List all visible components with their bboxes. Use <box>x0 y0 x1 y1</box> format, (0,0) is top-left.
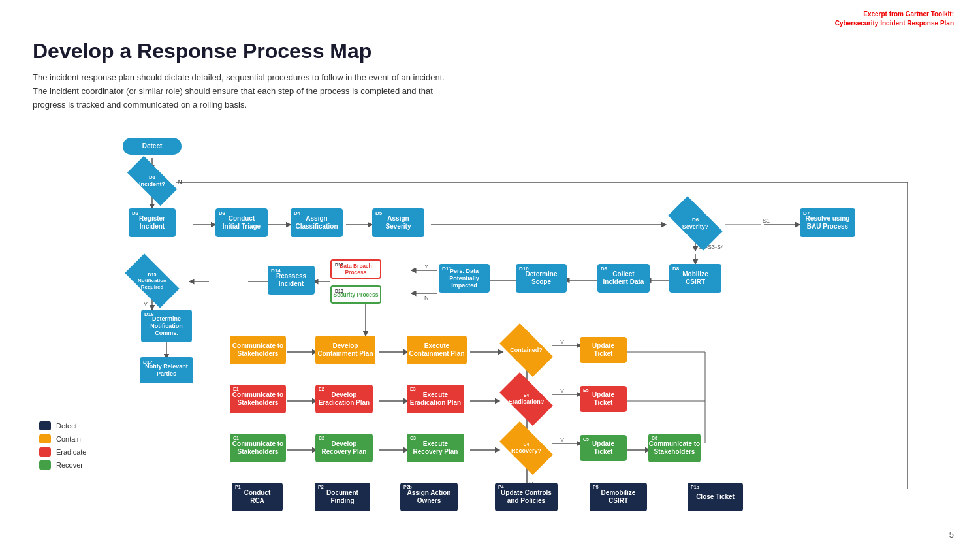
c6-node: C6 Communicate to Stakeholders <box>648 434 701 462</box>
contain-update-node: Update Ticket <box>580 337 627 363</box>
svg-text:Y: Y <box>560 339 564 345</box>
contained-node: Contained? <box>501 334 551 366</box>
c4-node: C4 Recovery? <box>501 432 551 464</box>
d7-node: D7 Resolve using BAU Process <box>800 208 855 237</box>
p2-node: P2 Document Finding <box>315 483 370 511</box>
c3-node: C3 Execute Recovery Plan <box>407 434 464 462</box>
d4-node: D4 Assign Classification <box>291 208 343 237</box>
e3-node: E3 Execute Eradication Plan <box>407 385 464 413</box>
e1-node: E1 Communicate to Stakeholders <box>230 385 286 413</box>
contain-comm-node: Communicate to Stakeholders <box>230 336 286 364</box>
page-number: 5 <box>949 530 954 539</box>
d14-node: D14 Reassess Incident <box>268 266 315 295</box>
page-title: Develop a Response Process Map <box>33 39 947 63</box>
d2-node: D2 Register Incident <box>129 208 176 237</box>
contain-exec-node: Execute Containment Plan <box>407 336 467 364</box>
legend: Detect Contain Eradicate Recover <box>39 421 86 470</box>
d3-node: D3 Conduct Initial Triage <box>215 208 268 237</box>
legend-detect: Detect <box>39 421 86 430</box>
d12-node: D12 Data Breach Process <box>330 259 381 279</box>
d13-node: D13 Security Process <box>330 285 381 304</box>
page-desc: The incident response plan should dictat… <box>33 71 503 112</box>
c2-node: C2 Develop Recovery Plan <box>315 434 373 462</box>
c1-node: C1 Communicate to Stakeholders <box>230 434 286 462</box>
d6-node: D6 Severity? <box>669 208 721 238</box>
legend-recover: Recover <box>39 460 86 470</box>
contain-dev-node: Develop Containment Plan <box>315 336 375 364</box>
p3-node: P2b Assign Action Owners <box>400 483 458 511</box>
svg-text:Y: Y <box>560 437 564 443</box>
e4-node: E4 Eradication? <box>501 383 551 415</box>
legend-eradicate: Eradicate <box>39 447 86 457</box>
p6-node: P1b Close Ticket <box>688 483 743 511</box>
svg-text:Y: Y <box>560 388 564 394</box>
d5-node: D5 Assign Severity <box>372 208 424 237</box>
d15-node: D15 Notification Required <box>126 266 178 296</box>
svg-text:Y: Y <box>144 301 148 308</box>
svg-text:Y: Y <box>424 263 428 270</box>
d8-node: D8 Mobilize CSIRT <box>669 264 721 293</box>
d11-node: D11 Pers. Data Potentially Impacted <box>439 264 490 293</box>
detect-node: Detect <box>123 138 182 155</box>
p1-node: P1 Conduct RCA <box>232 483 283 511</box>
legend-contain: Contain <box>39 434 86 443</box>
page-container: Excerpt from Gartner Toolkit: Cybersecur… <box>0 0 980 546</box>
svg-text:N: N <box>424 295 429 301</box>
d17-node: D17 Notify Relevant Parties <box>140 357 193 383</box>
d1-node: D1 Incident? <box>127 168 177 194</box>
c5-node: C5 Update Ticket <box>580 435 627 461</box>
d10-node: D10 Determine Scope <box>516 264 567 293</box>
diagram-area: S1 S2-S3-S4 Y N <box>33 123 947 489</box>
p5-node: P5 Demobilize CSIRT <box>590 483 647 511</box>
p4-node: P4 Update Controls and Policies <box>495 483 558 511</box>
brand-header: Excerpt from Gartner Toolkit: Cybersecur… <box>835 10 954 28</box>
e2-node: E2 Develop Eradication Plan <box>315 385 373 413</box>
svg-text:S1: S1 <box>763 217 770 224</box>
d9-node: D9 Collect Incident Data <box>597 264 650 293</box>
e5-node: E5 Update Ticket <box>580 386 627 412</box>
d16-node: D16 Determine Notification Comms. <box>141 310 192 342</box>
